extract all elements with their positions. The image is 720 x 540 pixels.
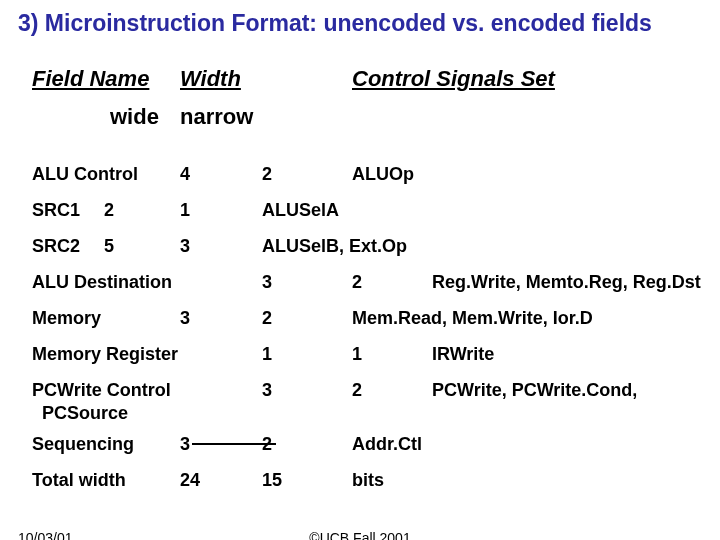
table-row: Memory 3 2 Mem.Read, Mem.Write, Ior.D bbox=[32, 307, 702, 343]
cell-wide: 3 bbox=[262, 379, 272, 402]
slide-title: 3) Microinstruction Format: unencoded vs… bbox=[18, 10, 702, 37]
cell-sig: ALUSelA bbox=[262, 199, 339, 222]
cell-wide: 24 bbox=[180, 469, 200, 492]
table-row: ALU Destination 3 2 Reg.Write, Memto.Reg… bbox=[32, 271, 702, 307]
cell-wide: 4 bbox=[180, 163, 190, 186]
cell-name: ALU Control bbox=[32, 163, 138, 186]
cell-name: SRC2 bbox=[32, 235, 80, 258]
cell-name2: 5 bbox=[104, 235, 114, 258]
content-area: Field Name Width Control Signals Set wid… bbox=[18, 65, 702, 505]
col-header-width: Width bbox=[180, 65, 241, 93]
cell-sig: ALUSelB, Ext.Op bbox=[262, 235, 407, 258]
cell-sig: bits bbox=[352, 469, 384, 492]
cell-sig: ALUOp bbox=[352, 163, 414, 186]
cell-narrow: 15 bbox=[262, 469, 282, 492]
table-row: PCWrite Control PCSource 3 2 PCWrite, PC… bbox=[32, 379, 702, 433]
table-row: Sequencing 3 2 Addr.Ctl bbox=[32, 433, 702, 469]
table-row: SRC1 2 1 ALUSelA bbox=[32, 199, 702, 235]
cell-wide: 3 bbox=[262, 271, 272, 294]
cell-narrow: 2 bbox=[262, 163, 272, 186]
cell-sig: PCWrite, PCWrite.Cond, bbox=[432, 379, 637, 402]
cell-narrow: 2 bbox=[262, 307, 272, 330]
cell-wide: 3 bbox=[180, 307, 190, 330]
cell-sig: Mem.Read, Mem.Write, Ior.D bbox=[352, 307, 593, 330]
table-row: Total width 24 15 bits bbox=[32, 469, 702, 505]
sub-header-wide: wide bbox=[110, 103, 159, 131]
table-row: ALU Control 4 2 ALUOp bbox=[32, 163, 702, 199]
table-body: ALU Control 4 2 ALUOp SRC1 2 1 ALUSelA S… bbox=[32, 163, 702, 505]
cell-name: ALU Destination bbox=[32, 271, 172, 294]
cell-name: Total width bbox=[32, 469, 126, 492]
cell-wide: 3 bbox=[180, 235, 190, 258]
cell-name: Memory Register bbox=[32, 343, 178, 366]
cell-sig: Addr.Ctl bbox=[352, 433, 422, 456]
cell-name: Sequencing bbox=[32, 433, 134, 456]
slide: 3) Microinstruction Format: unencoded vs… bbox=[0, 0, 720, 540]
col-header-field-name: Field Name bbox=[32, 65, 149, 93]
col-header-signals: Control Signals Set bbox=[352, 65, 555, 93]
cell-narrow: 1 bbox=[352, 343, 362, 366]
cell-name: SRC1 bbox=[32, 199, 80, 222]
table-row: Memory Register 1 1 IRWrite bbox=[32, 343, 702, 379]
cell-wide: 1 bbox=[180, 199, 190, 222]
cell-narrow: 2 bbox=[352, 379, 362, 402]
footer-copyright: ©UCB Fall 2001 bbox=[309, 530, 410, 540]
cell-name2: 2 bbox=[104, 199, 114, 222]
cell-name: Memory bbox=[32, 307, 101, 330]
cell-sig: IRWrite bbox=[432, 343, 494, 366]
cell-wide: 1 bbox=[262, 343, 272, 366]
cell-wide: 3 bbox=[180, 433, 190, 456]
table-row: SRC2 5 3 ALUSelB, Ext.Op bbox=[32, 235, 702, 271]
sub-header-narrow: narrow bbox=[180, 103, 253, 131]
footer-date: 10/03/01 bbox=[18, 530, 73, 540]
table-header: Field Name Width Control Signals Set wid… bbox=[32, 65, 702, 97]
strike-line-icon bbox=[192, 443, 276, 445]
cell-sig: Reg.Write, Memto.Reg, Reg.Dst bbox=[432, 271, 701, 294]
cell-name: PCWrite Control PCSource bbox=[32, 379, 171, 424]
cell-narrow: 2 bbox=[352, 271, 362, 294]
